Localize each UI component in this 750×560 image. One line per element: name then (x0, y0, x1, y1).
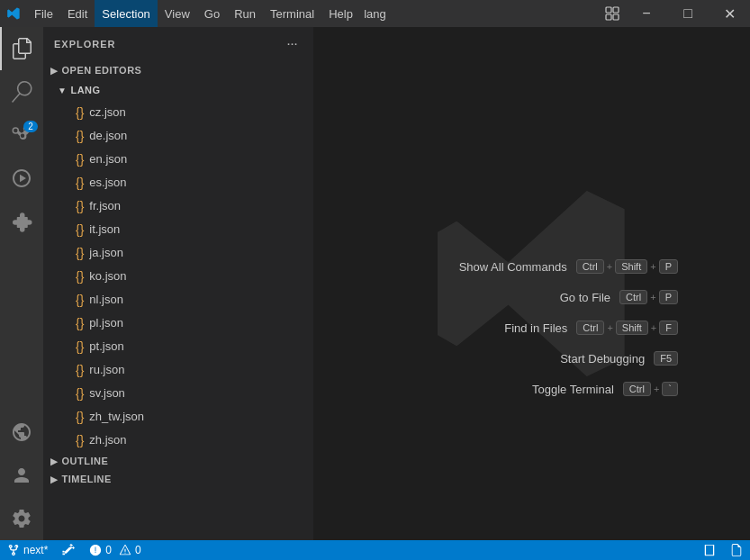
shortcut-label-find: Find in Files (504, 321, 567, 335)
key-f-3: F (659, 321, 678, 335)
notification-icon (730, 544, 743, 556)
activity-run[interactable] (0, 157, 43, 200)
file-name: pl.json (89, 313, 123, 333)
outline-section: ▶ OUTLINE (43, 452, 313, 470)
file-name: zh_tw.json (89, 407, 144, 427)
shortcut-keys-terminal: Ctrl + ` (623, 382, 678, 396)
file-name: es.json (89, 173, 126, 193)
file-item[interactable]: {} sv.json (43, 382, 313, 405)
statusbar-branch-name: next* (23, 544, 48, 556)
file-item[interactable]: {} zh.json (43, 429, 313, 452)
file-item[interactable]: {} ja.json (43, 241, 313, 265)
svg-rect-2 (606, 14, 611, 20)
file-name: ja.json (89, 243, 123, 263)
json-file-icon: {} (76, 220, 84, 239)
statusbar-notification[interactable] (723, 540, 750, 560)
outline-header[interactable]: ▶ OUTLINE (43, 452, 313, 470)
window-controls: − □ ✕ (626, 0, 750, 27)
file-item[interactable]: {} pl.json (43, 312, 313, 335)
shortcut-row-terminal: Toggle Terminal Ctrl + ` (459, 382, 678, 396)
file-name: pt.json (89, 337, 123, 357)
close-button[interactable]: ✕ (709, 0, 750, 27)
key-backtick: ` (662, 382, 678, 396)
file-item[interactable]: {} ru.json (43, 358, 313, 382)
open-editors-header[interactable]: ▶ OPEN EDITORS (43, 61, 313, 79)
file-list: {} cz.json {} de.json {} en.json {} es.j… (43, 101, 313, 452)
new-folder-button[interactable] (254, 82, 270, 98)
menu-view[interactable]: View (158, 0, 197, 27)
activity-accounts[interactable] (0, 454, 43, 497)
svg-rect-1 (613, 7, 619, 13)
explorer-section: ▶ OPEN EDITORS ▼ LANG (43, 61, 313, 540)
json-file-icon: {} (76, 290, 84, 310)
key-shift-3: Shift (616, 321, 648, 335)
file-item[interactable]: {} nl.json (43, 288, 313, 312)
refresh-button[interactable] (272, 82, 288, 98)
activity-settings[interactable] (0, 497, 43, 540)
statusbar-errors[interactable]: 0 0 (82, 540, 148, 560)
key-ctrl-2: Ctrl (619, 290, 647, 304)
collapse-button[interactable] (290, 82, 306, 98)
lang-chevron: ▼ (58, 86, 67, 95)
file-name: it.json (89, 220, 120, 239)
file-name: nl.json (89, 290, 123, 310)
file-item[interactable]: {} de.json (43, 124, 313, 148)
menu-help[interactable]: Help (321, 0, 360, 27)
activity-source-control[interactable]: 2 (0, 113, 43, 157)
key-ctrl-4: Ctrl (623, 382, 651, 396)
menu-terminal[interactable]: Terminal (263, 0, 321, 27)
json-file-icon: {} (76, 360, 84, 380)
json-file-icon: {} (76, 103, 84, 122)
file-item[interactable]: {} fr.json (43, 194, 313, 218)
sidebar-header-actions: ··· (283, 34, 303, 54)
sidebar-more-button[interactable]: ··· (283, 34, 303, 54)
file-item[interactable]: {} ko.json (43, 265, 313, 288)
layout-button[interactable] (599, 0, 626, 27)
shortcut-keys-commands: Ctrl + Shift + P (576, 259, 678, 274)
source-control-badge: 2 (23, 121, 38, 132)
json-file-icon: {} (76, 173, 84, 193)
svg-rect-0 (606, 7, 611, 13)
menu-file[interactable]: File (27, 0, 60, 27)
maximize-button[interactable]: □ (667, 0, 709, 27)
file-item[interactable]: {} en.json (43, 148, 313, 171)
file-name: en.json (89, 149, 127, 169)
activity-search[interactable] (0, 70, 43, 113)
menu-run[interactable]: Run (227, 0, 263, 27)
shortcut-row-file: Go to File Ctrl + P (459, 290, 678, 304)
minimize-button[interactable]: − (626, 0, 667, 27)
app-icon (0, 0, 27, 27)
statusbar-branch[interactable]: next* (0, 540, 55, 560)
file-item[interactable]: {} cz.json (43, 101, 313, 124)
file-name: de.json (89, 126, 127, 146)
shortcut-label-debug: Start Debugging (560, 352, 645, 366)
shortcut-row-debug: Start Debugging F5 (459, 351, 678, 366)
json-file-icon: {} (76, 337, 84, 357)
editor-area: Show All Commands Ctrl + Shift + P Go to… (313, 27, 750, 540)
file-item[interactable]: {} it.json (43, 218, 313, 241)
shortcut-label-file: Go to File (560, 291, 610, 304)
window-title: lang (364, 7, 386, 21)
file-item[interactable]: {} zh_tw.json (43, 405, 313, 429)
key-shift-1: Shift (615, 259, 647, 274)
new-file-button[interactable] (236, 82, 252, 98)
lang-folder-header[interactable]: ▼ LANG (43, 79, 313, 101)
file-item[interactable]: {} es.json (43, 171, 313, 194)
timeline-header[interactable]: ▶ TIMELINE (43, 470, 313, 488)
statusbar-sync[interactable] (55, 540, 82, 560)
activity-remote[interactable] (0, 411, 43, 454)
key-f15: F5 (654, 351, 678, 366)
json-file-icon: {} (76, 430, 84, 450)
menu-edit[interactable]: Edit (60, 0, 95, 27)
shortcut-keys-find: Ctrl + Shift + F (576, 321, 678, 335)
timeline-label: TIMELINE (62, 474, 112, 484)
activity-extensions[interactable] (0, 200, 43, 243)
file-item[interactable]: {} pt.json (43, 335, 313, 358)
statusbar-remote[interactable] (696, 540, 723, 560)
warning-icon (119, 544, 131, 556)
file-name: cz.json (89, 103, 125, 122)
titlebar: File Edit Selection View Go Run Terminal… (0, 0, 750, 27)
activity-explorer[interactable] (0, 27, 43, 70)
menu-go[interactable]: Go (197, 0, 227, 27)
menu-selection[interactable]: Selection (95, 0, 157, 27)
